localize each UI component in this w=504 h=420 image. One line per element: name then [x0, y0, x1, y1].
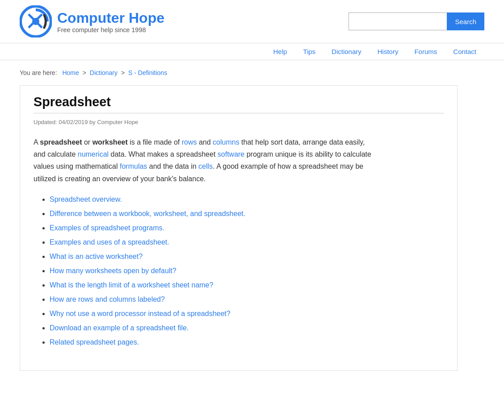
list-item: Spreadsheet overview.	[50, 195, 373, 204]
related-link-1[interactable]: Difference between a workbook, worksheet…	[50, 210, 245, 217]
breadcrumb-sep-2: >	[121, 69, 126, 76]
def-bold-spreadsheet: spreadsheet	[40, 138, 82, 146]
list-item: What is an active worksheet?	[50, 253, 373, 261]
site-name-part1: Computer	[57, 10, 129, 26]
list-item: Download an example of a spreadsheet fil…	[50, 324, 373, 332]
breadcrumb-dictionary[interactable]: Dictionary	[90, 69, 118, 76]
nav-item-tips[interactable]: Tips	[295, 43, 323, 60]
nav-item-contact[interactable]: Contact	[445, 43, 484, 60]
list-item: Examples of spreadsheet programs.	[50, 224, 373, 232]
related-link-0[interactable]: Spreadsheet overview.	[50, 195, 122, 203]
site-tagline: Free computer help since 1998	[57, 26, 164, 33]
def-link-columns[interactable]: columns	[213, 138, 239, 146]
breadcrumb-current[interactable]: S - Definitions	[128, 69, 167, 76]
def-link-rows[interactable]: rows	[182, 138, 197, 146]
def-link-cells[interactable]: cells	[198, 162, 213, 170]
related-link-9[interactable]: Download an example of a spreadsheet fil…	[50, 324, 189, 332]
nav-item-forums[interactable]: Forums	[406, 43, 445, 60]
definition-paragraph: A spreadsheet or worksheet is a file mad…	[34, 136, 373, 185]
def-text-4: data. What makes a spreadsheet	[109, 150, 218, 158]
site-name-part2: Hope	[129, 10, 164, 26]
related-link-6[interactable]: What is the length limit of a worksheet …	[50, 281, 213, 289]
def-text-or: or	[82, 138, 92, 146]
related-link-2[interactable]: Examples of spreadsheet programs.	[50, 224, 164, 232]
nav-wrapper: Help Tips Dictionary History Forums Cont…	[0, 43, 504, 60]
breadcrumb-you-are-here: You are here:	[20, 69, 57, 76]
list-item: Related spreadsheet pages.	[50, 338, 373, 346]
main-nav: Help Tips Dictionary History Forums Cont…	[11, 43, 493, 60]
def-text-6: and the data in	[147, 162, 198, 170]
def-text-a: A	[34, 138, 40, 146]
content-wrapper: You are here: Home > Dictionary > S - De…	[11, 60, 493, 380]
list-item: Examples and uses of a spreadsheet.	[50, 238, 373, 246]
list-item: How are rows and columns labeled?	[50, 295, 373, 304]
search-button[interactable]: Search	[447, 12, 484, 30]
related-list: Spreadsheet overview. Difference between…	[34, 195, 373, 346]
def-text-and: and	[197, 138, 213, 146]
related-link-10[interactable]: Related spreadsheet pages.	[50, 338, 139, 346]
list-item: Difference between a workbook, worksheet…	[50, 210, 373, 218]
site-name: Computer Hope	[57, 10, 164, 26]
def-link-numerical[interactable]: numerical	[78, 150, 109, 158]
breadcrumb-home[interactable]: Home	[62, 69, 79, 76]
list-item: What is the length limit of a worksheet …	[50, 281, 373, 289]
related-link-4[interactable]: What is an active worksheet?	[50, 253, 143, 260]
nav-item-help[interactable]: Help	[265, 43, 295, 60]
search-input[interactable]	[349, 12, 447, 30]
list-item: Why not use a word processor instead of …	[50, 310, 373, 318]
logo-icon	[20, 5, 52, 37]
main-content: Spreadsheet Updated: 04/02/2019 by Compu…	[20, 85, 458, 371]
def-bold-worksheet: worksheet	[92, 138, 128, 146]
related-link-7[interactable]: How are rows and columns labeled?	[50, 295, 165, 303]
breadcrumb-sep-1: >	[83, 69, 88, 76]
nav-item-dictionary[interactable]: Dictionary	[323, 43, 370, 60]
header: Computer Hope Free computer help since 1…	[0, 0, 504, 43]
title-divider	[34, 113, 444, 113]
page-title: Spreadsheet	[34, 95, 444, 109]
logo-text-block: Computer Hope Free computer help since 1…	[57, 10, 164, 33]
logo-area: Computer Hope Free computer help since 1…	[20, 5, 164, 37]
related-link-5[interactable]: How many worksheets open by default?	[50, 267, 176, 274]
related-link-3[interactable]: Examples and uses of a spreadsheet.	[50, 238, 169, 246]
def-link-formulas[interactable]: formulas	[120, 162, 147, 170]
def-link-software[interactable]: software	[218, 150, 244, 158]
def-text-is-a-file: is a file made of	[128, 138, 182, 146]
related-link-8[interactable]: Why not use a word processor instead of …	[50, 310, 231, 317]
nav-item-history[interactable]: History	[370, 43, 407, 60]
search-area: Search	[349, 12, 484, 30]
list-item: How many worksheets open by default?	[50, 267, 373, 275]
updated-info: Updated: 04/02/2019 by Computer Hope	[34, 119, 444, 125]
svg-point-1	[32, 18, 39, 25]
breadcrumb: You are here: Home > Dictionary > S - De…	[20, 69, 484, 76]
